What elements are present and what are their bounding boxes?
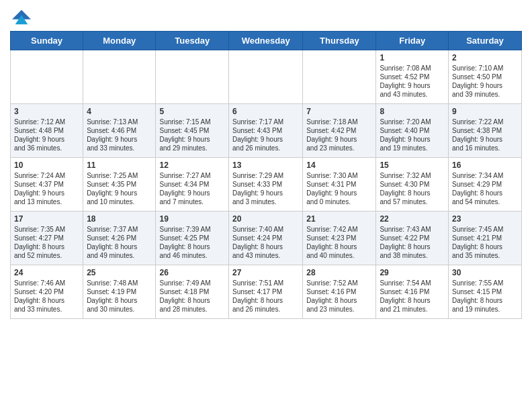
calendar-day-cell: 22Sunrise: 7:43 AM Sunset: 4:22 PM Dayli… <box>376 212 449 265</box>
day-number: 1 <box>380 53 445 62</box>
page: SundayMondayTuesdayWednesdayThursdayFrid… <box>0 0 532 411</box>
calendar-day-cell: 4Sunrise: 7:13 AM Sunset: 4:46 PM Daylig… <box>83 104 156 158</box>
calendar-day-cell <box>303 50 376 104</box>
calendar-day-cell: 18Sunrise: 7:37 AM Sunset: 4:26 PM Dayli… <box>83 212 156 265</box>
day-number: 6 <box>232 107 299 116</box>
day-info: Sunrise: 7:30 AM Sunset: 4:31 PM Dayligh… <box>306 171 372 206</box>
day-info: Sunrise: 7:08 AM Sunset: 4:52 PM Dayligh… <box>380 64 445 99</box>
calendar-header-friday: Friday <box>376 32 449 50</box>
calendar-day-cell: 8Sunrise: 7:20 AM Sunset: 4:40 PM Daylig… <box>376 104 449 158</box>
day-number: 15 <box>380 161 445 170</box>
day-number: 25 <box>87 268 152 277</box>
day-number: 19 <box>159 214 225 224</box>
day-number: 24 <box>14 268 79 277</box>
day-info: Sunrise: 7:39 AM Sunset: 4:25 PM Dayligh… <box>159 225 225 260</box>
day-number: 9 <box>452 107 518 116</box>
calendar-day-cell: 2Sunrise: 7:10 AM Sunset: 4:50 PM Daylig… <box>449 50 522 104</box>
day-info: Sunrise: 7:24 AM Sunset: 4:37 PM Dayligh… <box>14 171 79 206</box>
day-info: Sunrise: 7:27 AM Sunset: 4:34 PM Dayligh… <box>159 171 225 206</box>
calendar-day-cell <box>156 50 229 104</box>
day-number: 29 <box>380 268 445 277</box>
day-number: 13 <box>232 161 299 170</box>
day-number: 4 <box>87 107 152 116</box>
calendar-day-cell: 3Sunrise: 7:12 AM Sunset: 4:48 PM Daylig… <box>11 104 83 158</box>
calendar-day-cell <box>229 50 303 104</box>
calendar-header-wednesday: Wednesday <box>229 32 303 50</box>
calendar-header-sunday: Sunday <box>11 32 83 50</box>
day-info: Sunrise: 7:49 AM Sunset: 4:18 PM Dayligh… <box>159 279 225 314</box>
calendar-day-cell: 27Sunrise: 7:51 AM Sunset: 4:17 PM Dayli… <box>229 265 303 319</box>
day-info: Sunrise: 7:55 AM Sunset: 4:15 PM Dayligh… <box>452 279 518 314</box>
day-info: Sunrise: 7:51 AM Sunset: 4:17 PM Dayligh… <box>232 279 299 314</box>
day-info: Sunrise: 7:13 AM Sunset: 4:46 PM Dayligh… <box>87 118 152 152</box>
day-number: 14 <box>306 161 372 170</box>
calendar-day-cell: 17Sunrise: 7:35 AM Sunset: 4:27 PM Dayli… <box>11 212 83 265</box>
day-number: 26 <box>159 268 225 277</box>
day-info: Sunrise: 7:48 AM Sunset: 4:19 PM Dayligh… <box>87 279 152 314</box>
calendar-day-cell: 9Sunrise: 7:22 AM Sunset: 4:38 PM Daylig… <box>449 104 522 158</box>
day-info: Sunrise: 7:12 AM Sunset: 4:48 PM Dayligh… <box>14 118 79 152</box>
calendar-day-cell: 12Sunrise: 7:27 AM Sunset: 4:34 PM Dayli… <box>156 158 229 212</box>
day-info: Sunrise: 7:37 AM Sunset: 4:26 PM Dayligh… <box>87 225 152 260</box>
calendar-day-cell: 13Sunrise: 7:29 AM Sunset: 4:33 PM Dayli… <box>229 158 303 212</box>
calendar-week-row: 1Sunrise: 7:08 AM Sunset: 4:52 PM Daylig… <box>11 50 522 104</box>
calendar-day-cell: 7Sunrise: 7:18 AM Sunset: 4:42 PM Daylig… <box>303 104 376 158</box>
calendar-header-saturday: Saturday <box>449 32 522 50</box>
calendar-week-row: 3Sunrise: 7:12 AM Sunset: 4:48 PM Daylig… <box>11 104 522 158</box>
day-number: 21 <box>306 214 372 224</box>
day-info: Sunrise: 7:34 AM Sunset: 4:29 PM Dayligh… <box>452 171 518 206</box>
header <box>10 7 522 26</box>
day-number: 3 <box>14 107 79 116</box>
day-number: 17 <box>14 214 79 224</box>
calendar-week-row: 10Sunrise: 7:24 AM Sunset: 4:37 PM Dayli… <box>11 158 522 212</box>
calendar-day-cell: 16Sunrise: 7:34 AM Sunset: 4:29 PM Dayli… <box>449 158 522 212</box>
calendar-table: SundayMondayTuesdayWednesdayThursdayFrid… <box>10 31 522 319</box>
logo <box>10 7 31 26</box>
day-info: Sunrise: 7:35 AM Sunset: 4:27 PM Dayligh… <box>14 225 79 260</box>
day-number: 10 <box>14 161 79 170</box>
day-number: 23 <box>452 214 518 224</box>
day-number: 28 <box>306 268 372 277</box>
day-info: Sunrise: 7:45 AM Sunset: 4:21 PM Dayligh… <box>452 225 518 260</box>
calendar-header-tuesday: Tuesday <box>156 32 229 50</box>
calendar-day-cell: 5Sunrise: 7:15 AM Sunset: 4:45 PM Daylig… <box>156 104 229 158</box>
calendar-day-cell: 15Sunrise: 7:32 AM Sunset: 4:30 PM Dayli… <box>376 158 449 212</box>
day-number: 11 <box>87 161 152 170</box>
day-info: Sunrise: 7:20 AM Sunset: 4:40 PM Dayligh… <box>380 118 445 152</box>
day-info: Sunrise: 7:29 AM Sunset: 4:33 PM Dayligh… <box>232 171 299 206</box>
calendar-day-cell: 14Sunrise: 7:30 AM Sunset: 4:31 PM Dayli… <box>303 158 376 212</box>
day-info: Sunrise: 7:18 AM Sunset: 4:42 PM Dayligh… <box>306 118 372 152</box>
calendar-day-cell <box>83 50 156 104</box>
calendar-day-cell: 21Sunrise: 7:42 AM Sunset: 4:23 PM Dayli… <box>303 212 376 265</box>
day-info: Sunrise: 7:42 AM Sunset: 4:23 PM Dayligh… <box>306 225 372 260</box>
calendar-week-row: 24Sunrise: 7:46 AM Sunset: 4:20 PM Dayli… <box>11 265 522 319</box>
day-info: Sunrise: 7:43 AM Sunset: 4:22 PM Dayligh… <box>380 225 445 260</box>
day-number: 12 <box>159 161 225 170</box>
calendar-day-cell: 26Sunrise: 7:49 AM Sunset: 4:18 PM Dayli… <box>156 265 229 319</box>
day-number: 2 <box>452 53 518 62</box>
calendar-day-cell: 20Sunrise: 7:40 AM Sunset: 4:24 PM Dayli… <box>229 212 303 265</box>
calendar-week-row: 17Sunrise: 7:35 AM Sunset: 4:27 PM Dayli… <box>11 212 522 265</box>
day-number: 5 <box>159 107 225 116</box>
calendar-day-cell: 29Sunrise: 7:54 AM Sunset: 4:16 PM Dayli… <box>376 265 449 319</box>
day-number: 30 <box>452 268 518 277</box>
calendar-day-cell: 23Sunrise: 7:45 AM Sunset: 4:21 PM Dayli… <box>449 212 522 265</box>
day-info: Sunrise: 7:25 AM Sunset: 4:35 PM Dayligh… <box>87 171 152 206</box>
day-number: 22 <box>380 214 445 224</box>
calendar-day-cell: 30Sunrise: 7:55 AM Sunset: 4:15 PM Dayli… <box>449 265 522 319</box>
calendar-day-cell: 6Sunrise: 7:17 AM Sunset: 4:43 PM Daylig… <box>229 104 303 158</box>
calendar-day-cell: 25Sunrise: 7:48 AM Sunset: 4:19 PM Dayli… <box>83 265 156 319</box>
calendar-header-monday: Monday <box>83 32 156 50</box>
day-number: 27 <box>232 268 299 277</box>
calendar-header-row: SundayMondayTuesdayWednesdayThursdayFrid… <box>11 32 522 50</box>
day-info: Sunrise: 7:15 AM Sunset: 4:45 PM Dayligh… <box>159 118 225 152</box>
calendar-day-cell <box>11 50 83 104</box>
calendar-day-cell: 28Sunrise: 7:52 AM Sunset: 4:16 PM Dayli… <box>303 265 376 319</box>
calendar-day-cell: 11Sunrise: 7:25 AM Sunset: 4:35 PM Dayli… <box>83 158 156 212</box>
day-number: 8 <box>380 107 445 116</box>
calendar-day-cell: 10Sunrise: 7:24 AM Sunset: 4:37 PM Dayli… <box>11 158 83 212</box>
day-info: Sunrise: 7:40 AM Sunset: 4:24 PM Dayligh… <box>232 225 299 260</box>
day-number: 20 <box>232 214 299 224</box>
day-info: Sunrise: 7:10 AM Sunset: 4:50 PM Dayligh… <box>452 64 518 99</box>
calendar-day-cell: 24Sunrise: 7:46 AM Sunset: 4:20 PM Dayli… <box>11 265 83 319</box>
